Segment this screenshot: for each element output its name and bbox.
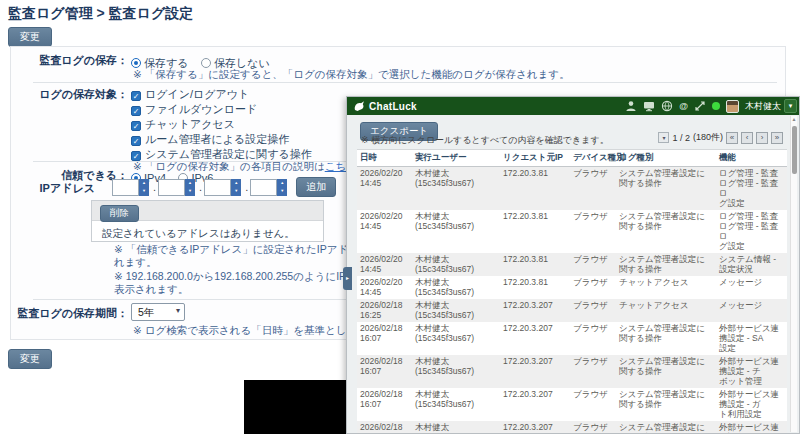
prev-page-button[interactable]: ‹ (741, 132, 753, 144)
spinner-up-icon[interactable]: ▲ (139, 179, 149, 188)
add-ip-button[interactable]: 追加 (296, 177, 336, 197)
column-header: 実行ユーザー (412, 150, 500, 167)
ip-octet-4-spinner[interactable]: ▲▼ (277, 179, 287, 196)
table-row[interactable]: 2026/02/20 14:45木村健太(15c345f3us67)172.20… (357, 253, 787, 276)
ip-list-box-header: 削除 (92, 201, 323, 221)
spinner-up-icon[interactable]: ▲ (185, 179, 195, 188)
table-header-row: 日時実行ユーザーリクエスト元IPデバイス種別ログ種別機能 (357, 150, 787, 167)
column-header: デバイス種別 (570, 150, 616, 167)
table-row[interactable]: 2026/02/20 14:45木村健太(15c345f3us67)172.20… (357, 210, 787, 253)
column-header: ログ種別 (616, 150, 716, 167)
table-row[interactable]: 2026/02/18 16:07木村健太(15c345f3us67)172.20… (357, 355, 787, 388)
ip-octet-4-input[interactable] (250, 179, 277, 196)
checkbox-checked-icon: ✓ (131, 121, 141, 131)
screen: 監査ログ管理 > 監査ログ設定 変更 監査ログの保存： 保存する 保存しない ※… (0, 0, 800, 434)
change-button-top[interactable]: 変更 (8, 27, 52, 47)
ip-list-box: 削除 設定されているアドレスはありません。 (91, 200, 324, 242)
ip-octet-2-spinner[interactable]: ▲▼ (185, 179, 195, 196)
scrollbar-thumb[interactable] (792, 126, 797, 174)
app-name: ChatLuck (369, 101, 417, 112)
horizontal-scroll-note: ※ 横方向にスクロールするとすべての内容を確認できます。 (361, 134, 609, 147)
retention-select[interactable]: 5年 ▾ (131, 303, 185, 321)
save-target-checkbox[interactable]: ✓ログイン/ログアウト (131, 86, 312, 101)
save-setting-label: 監査ログの保存： (16, 53, 128, 68)
delete-ip-button[interactable]: 削除 (100, 205, 139, 222)
log-table-body: 2026/02/20 14:45木村健太(15c345f3us67)172.20… (357, 167, 787, 434)
presence-status-icon[interactable] (712, 102, 720, 110)
column-header: 日時 (357, 150, 412, 167)
spinner-up-icon[interactable]: ▲ (277, 179, 287, 188)
ip-octet-2-input[interactable] (158, 179, 185, 196)
page-title: 監査ログ管理 > 監査ログ設定 (8, 5, 193, 23)
spinner-down-icon[interactable]: ▼ (277, 187, 287, 196)
divider (33, 82, 777, 83)
audit-log-table: 日時実行ユーザーリクエスト元IPデバイス種別ログ種別機能 2026/02/20 … (357, 149, 787, 433)
radio-on-icon (131, 58, 141, 68)
retention-label: 監査ログの保存期間： (16, 306, 128, 321)
checkbox-checked-icon: ✓ (131, 91, 141, 101)
select-caret-icon: ▾ (176, 306, 180, 315)
chatluck-logo-icon (353, 100, 365, 112)
table-row[interactable]: 2026/02/18 16:25木村健太(15c345f3us67)172.20… (357, 299, 787, 322)
save-target-checkbox[interactable]: ✓ルーム管理者による設定操作 (131, 131, 312, 146)
redacted-area (244, 380, 348, 434)
window-titlebar[interactable]: ChatLuck @ 木村健太 ▾ (347, 97, 799, 115)
save-target-checkbox[interactable]: ✓ファイルダウンロード (131, 101, 312, 116)
table-row[interactable]: 2026/02/18 16:07木村健太(15c345f3us67)172.20… (357, 388, 787, 421)
table-row[interactable]: 2026/02/18 16:07木村健太(15c345f3us67)172.20… (357, 322, 787, 355)
table-row[interactable]: 2026/02/20 14:45木村健太(15c345f3us67)172.20… (357, 276, 787, 299)
desktop-icon[interactable] (643, 100, 655, 112)
pagination: ▾ 1 / 2 (180件) « ‹ › » (658, 131, 783, 144)
page-select-caret-icon[interactable]: ▾ (658, 132, 669, 143)
member-icon[interactable] (625, 100, 637, 112)
column-header: リクエスト元IP (500, 150, 570, 167)
record-count: (180件) (693, 131, 723, 144)
change-button-bottom[interactable]: 変更 (8, 349, 52, 369)
ip-octet-3-input[interactable] (204, 179, 231, 196)
table-row[interactable]: 2026/02/20 14:45木村健太(15c345f3us67)172.20… (357, 167, 787, 211)
spinner-up-icon[interactable]: ▲ (231, 179, 241, 188)
save-setting-note: ※ 「保存する」に設定すると、「ログの保存対象」で選択した機能のログが保存されま… (133, 68, 570, 81)
user-name: 木村健太 (745, 100, 781, 113)
column-header: 機能 (716, 150, 787, 167)
mention-icon[interactable]: @ (679, 100, 688, 112)
save-target-checkbox[interactable]: ✓チャットアクセス (131, 116, 312, 131)
ip-octet-1-input[interactable] (112, 179, 139, 196)
first-page-button[interactable]: « (726, 132, 738, 144)
user-avatar[interactable] (726, 100, 739, 113)
chatluck-window: ChatLuck @ 木村健太 ▾ エクスポート ※ 横方向にスクロールするとす… (346, 96, 800, 434)
checkbox-checked-icon: ✓ (131, 106, 141, 116)
spinner-down-icon[interactable]: ▼ (185, 187, 195, 196)
globe-icon[interactable] (661, 100, 673, 112)
last-page-button[interactable]: » (771, 132, 783, 144)
page-indicator: 1 / 2 (672, 133, 690, 143)
titlebar-actions: @ 木村健太 (625, 97, 781, 115)
spinner-down-icon[interactable]: ▼ (139, 187, 149, 196)
save-targets-label: ログの保存対象： (16, 87, 128, 102)
ip-empty-message: 設定されているアドレスはありません。 (92, 221, 323, 241)
table-row[interactable]: 2026/02/18 16:05木村健太(15c345f3us67)172.20… (357, 421, 787, 433)
vertical-scrollbar[interactable]: ▲ (790, 116, 797, 432)
window-menu-button[interactable]: ▾ (784, 99, 797, 113)
next-page-button[interactable]: › (756, 132, 768, 144)
expand-icon[interactable] (694, 100, 706, 112)
spinner-down-icon[interactable]: ▼ (231, 187, 241, 196)
radio-off-icon (201, 58, 211, 68)
panel-toggle-tab[interactable]: ▸ (343, 267, 352, 290)
trusted-ip-label-line2: IPアドレス (0, 181, 95, 196)
checkbox-checked-icon: ✓ (131, 136, 141, 146)
ip-octet-1-spinner[interactable]: ▲▼ (139, 179, 149, 196)
ip-address-inputs: ▲▼. ▲▼. ▲▼. ▲▼ 追加 (112, 177, 336, 197)
scrollbar-up-icon[interactable]: ▲ (791, 116, 797, 123)
ip-octet-3-spinner[interactable]: ▲▼ (231, 179, 241, 196)
